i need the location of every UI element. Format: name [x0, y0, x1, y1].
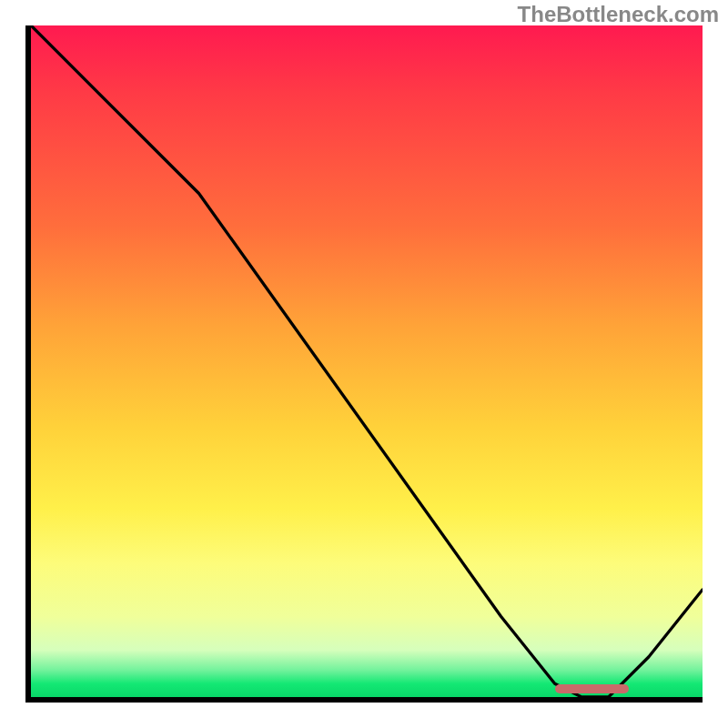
chart-plot-area — [25, 25, 703, 703]
curve-path — [31, 25, 703, 697]
bottleneck-curve — [31, 25, 703, 697]
watermark-text: TheBottleneck.com — [518, 2, 719, 27]
optimal-range-marker — [555, 684, 629, 693]
